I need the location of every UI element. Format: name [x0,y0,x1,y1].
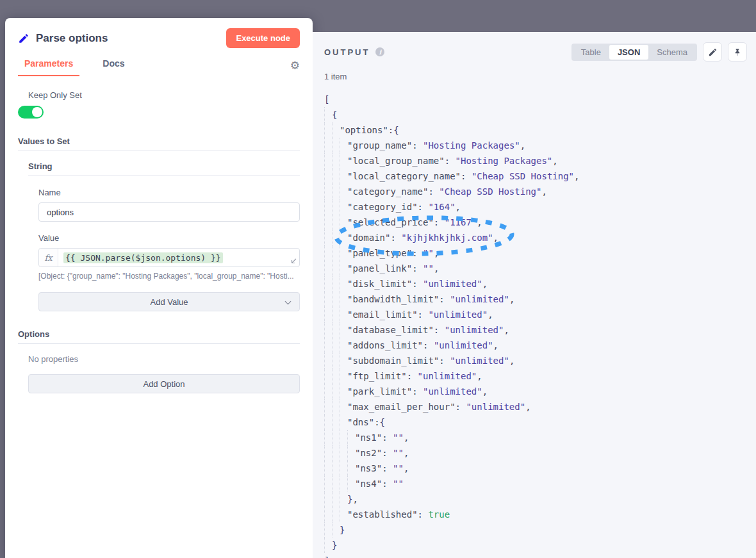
json-line: "group_name": "Hosting Packages", [324,138,756,153]
value-label: Value [38,233,300,243]
json-line: "options":{ [324,122,756,138]
json-line: "selected_price": "1167", [324,215,756,230]
json-line: "database_limit": "unlimited", [324,322,756,338]
pin-icon [733,47,742,57]
json-line: "domain": "kjhjkhkjhkj.com", [324,230,756,245]
options-section: Options No properties Add Option [18,329,300,393]
add-option-button[interactable]: Add Option [28,374,300,393]
no-properties-text: No properties [28,354,300,364]
keep-only-set-toggle[interactable] [18,106,44,119]
node-settings-gear-icon[interactable]: ⚙ [290,60,300,76]
json-line: "ns3": "", [324,461,756,476]
expression-result-hint: [Object: {"group_name": "Hosting Package… [38,272,300,281]
expression-input[interactable]: fx {{ JSON.parse($json.options) }} [38,248,300,267]
output-panel: OUTPUT i Table JSON Schema 1 item [{"opt… [313,32,756,558]
json-line: "email_limit": "unlimited", [324,307,756,322]
name-field: Name [38,188,300,222]
node-tabs: Parameters Docs ⚙ [18,58,300,76]
json-line: "panel_link": "", [324,261,756,276]
json-line: } [324,537,756,553]
string-group-heading: String [28,161,300,176]
info-icon: i [375,47,384,56]
view-tab-table[interactable]: Table [573,45,609,60]
node-settings-panel: Parse options Execute node Parameters Do… [5,18,313,558]
json-line: "subdomain_limit": "unlimited", [324,353,756,368]
json-line: "disk_limit": "unlimited", [324,276,756,291]
node-title: Parse options [36,32,226,45]
pencil-icon [708,47,718,57]
json-line: "addons_limit": "unlimited", [324,338,756,353]
node-header: Parse options Execute node Parameters Do… [5,18,313,76]
execute-node-button[interactable]: Execute node [226,28,300,48]
pin-data-button[interactable] [728,42,747,62]
json-line: "local_group_name": "Hosting Packages", [324,153,756,168]
name-label: Name [38,188,300,197]
name-input[interactable] [38,202,300,222]
json-line: { [324,107,756,122]
json-line: "panel_type": "", [324,245,756,261]
json-line: "ns1": "", [324,430,756,445]
json-line: "ftp_limit": "unlimited", [324,368,756,384]
values-to-set-section: Values to Set String Name Value fx {{ JS… [18,136,300,311]
expand-expression-icon[interactable] [290,258,297,265]
json-line: }, [324,491,756,507]
items-count: 1 item [324,72,756,81]
add-option-label: Add Option [143,379,185,389]
edit-pencil-icon [18,33,29,44]
json-line: "bandwidth_limit": "unlimited", [324,291,756,307]
json-line: "ns2": "", [324,445,756,461]
chevron-down-icon [285,299,292,305]
expression-code[interactable]: {{ JSON.parse($json.options) }} [63,252,223,263]
view-tab-schema[interactable]: Schema [648,45,696,60]
json-line: "category_id": "164", [324,199,756,215]
tab-docs[interactable]: Docs [96,58,131,76]
json-line: "category_name": "Cheap SSD Hosting", [324,184,756,199]
values-to-set-heading: Values to Set [18,136,300,151]
json-line: "local_category_name": "Cheap SSD Hostin… [324,168,756,184]
tab-parameters[interactable]: Parameters [18,58,79,76]
view-tab-json[interactable]: JSON [609,45,648,60]
toggle-knob [32,107,42,117]
json-line: "established": true [324,507,756,522]
json-line: "dns":{ [324,414,756,430]
json-line: "park_limit": "unlimited", [324,384,756,399]
edit-output-button[interactable] [703,42,722,62]
output-view-switcher: Table JSON Schema [571,44,697,61]
options-heading: Options [18,329,300,344]
json-line: ] [324,553,756,558]
add-value-button[interactable]: Add Value [38,292,300,311]
json-line: "max_email_per_hour": "unlimited", [324,399,756,414]
value-field: Value fx {{ JSON.parse($json.options) }}… [38,233,300,281]
fx-prefix: fx [39,249,58,267]
json-line: "ns4": "" [324,476,756,491]
json-line: } [324,522,756,537]
add-value-label: Add Value [150,297,188,307]
keep-only-set-label: Keep Only Set [28,90,300,100]
json-view: [{"options":{"group_name": "Hosting Pack… [313,92,756,558]
output-title: OUTPUT [324,47,370,57]
json-line: [ [324,92,756,107]
